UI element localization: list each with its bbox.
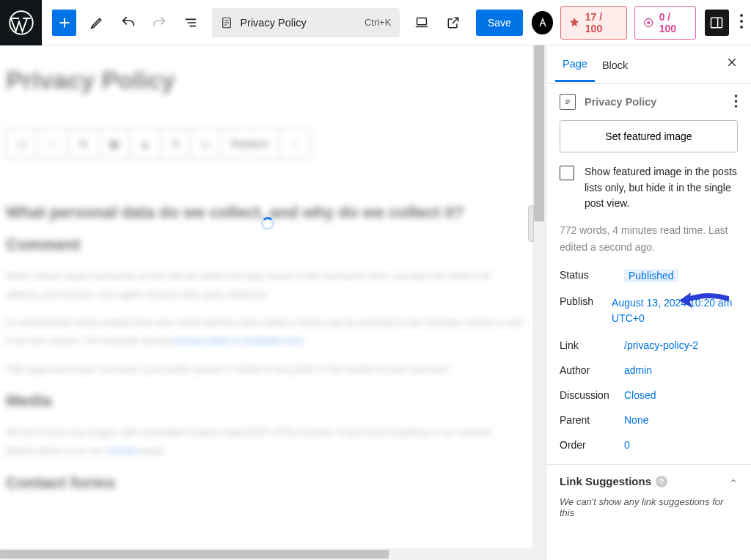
view-desktop-button[interactable]	[407, 7, 436, 38]
document-meta-text: 772 words, 4 minutes read time. Last edi…	[560, 222, 738, 256]
pencil-icon	[89, 15, 105, 31]
link-value[interactable]: /privacy-policy-2	[624, 339, 698, 351]
dots-vertical-icon	[734, 95, 738, 108]
list-icon	[183, 15, 199, 31]
document-summary-row: Privacy Policy	[560, 94, 738, 110]
loading-spinner	[261, 217, 274, 230]
dots-vertical-icon	[739, 13, 744, 29]
shortcut-label: Ctrl+K	[364, 17, 391, 28]
annotation-arrow	[678, 290, 729, 314]
svg-point-6	[740, 14, 743, 17]
panel-icon	[709, 15, 724, 30]
vertical-scrollbar[interactable]	[532, 45, 546, 560]
set-featured-image-button[interactable]: Set featured image	[560, 120, 738, 152]
chevron-up-icon	[729, 475, 738, 487]
ai-score-badge[interactable]: 0 / 100	[634, 6, 696, 40]
close-sidebar-button[interactable]	[722, 54, 742, 75]
seo-score-badge[interactable]: 17 / 100	[560, 6, 627, 40]
document-overview-button[interactable]	[177, 7, 205, 38]
redo-button[interactable]	[145, 7, 174, 38]
tab-page[interactable]: Page	[555, 46, 595, 82]
help-icon[interactable]: ?	[656, 476, 667, 487]
svg-rect-5	[711, 18, 722, 27]
redo-icon	[151, 15, 167, 31]
svg-point-7	[740, 20, 743, 23]
undo-button[interactable]	[114, 7, 142, 38]
pin-icon	[568, 16, 580, 29]
page-icon	[218, 14, 235, 32]
link-suggestions-panel: Link Suggestions ? We can't show any lin…	[546, 464, 751, 518]
link-suggestions-toggle[interactable]: Link Suggestions ?	[560, 475, 738, 487]
page-heading: Privacy Policy	[6, 66, 524, 95]
horizontal-scrollbar[interactable]	[0, 548, 532, 560]
close-icon	[726, 56, 738, 68]
svg-point-11	[735, 105, 738, 108]
sidebar-resize-handle[interactable]	[528, 205, 534, 242]
undo-icon	[120, 15, 136, 31]
plus-icon	[57, 15, 72, 30]
laptop-icon	[414, 15, 430, 31]
add-block-button[interactable]	[52, 10, 76, 36]
options-menu[interactable]	[739, 13, 744, 32]
save-button[interactable]: Save	[476, 10, 523, 36]
page-title-text: Privacy Policy	[240, 17, 306, 29]
svg-point-9	[735, 95, 738, 97]
wordpress-logo[interactable]	[0, 0, 42, 45]
plugin-a-button[interactable]	[532, 11, 554, 34]
view-page-button[interactable]	[439, 7, 467, 38]
edit-button[interactable]	[82, 7, 111, 38]
page-icon	[560, 94, 576, 110]
letter-a-icon	[537, 17, 549, 29]
settings-sidebar-toggle[interactable]	[705, 10, 729, 36]
top-toolbar: Privacy Policy Ctrl+K Save 17 / 100 0 / …	[0, 0, 751, 45]
target-icon	[642, 16, 654, 29]
tab-block[interactable]: Block	[595, 48, 635, 81]
status-value[interactable]: Published	[624, 269, 678, 282]
svg-point-10	[735, 100, 738, 103]
sidebar-tabs: Page Block	[546, 45, 751, 84]
parent-value[interactable]: None	[624, 414, 648, 426]
page-title-pill[interactable]: Privacy Policy Ctrl+K	[212, 8, 400, 37]
discussion-value[interactable]: Closed	[624, 389, 656, 401]
order-value[interactable]: 0	[624, 439, 630, 451]
external-link-icon	[446, 15, 461, 30]
svg-point-8	[740, 26, 743, 29]
hide-featured-checkbox[interactable]	[560, 166, 574, 180]
document-actions-menu[interactable]	[734, 95, 738, 110]
block-toolbar[interactable]: ▢⋮⇅ ▦▲⚲▭ Replace ⋮	[6, 128, 311, 159]
svg-rect-2	[417, 18, 426, 24]
editor-canvas[interactable]: Privacy Policy ▢⋮⇅ ▦▲⚲▭ Replace ⋮ What p…	[0, 45, 532, 560]
author-value[interactable]: admin	[624, 364, 652, 376]
svg-point-4	[647, 21, 650, 23]
hide-featured-label: Show featured image in the posts lists o…	[585, 164, 738, 212]
